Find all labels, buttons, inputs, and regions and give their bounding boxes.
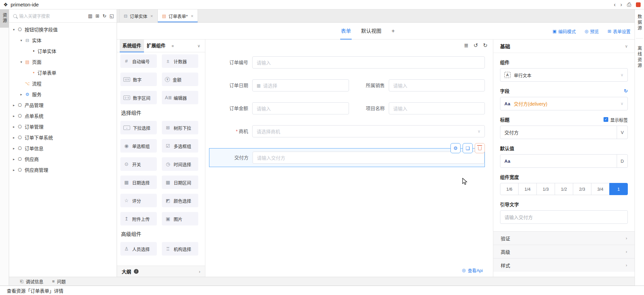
back-icon[interactable]: ‹	[614, 2, 616, 7]
tree-item[interactable]: ▸⎔供应商	[9, 154, 117, 164]
width-option-3-4[interactable]: 3/4	[591, 183, 610, 195]
close-icon[interactable]: ×	[150, 14, 153, 19]
width-option-1[interactable]: 1	[609, 183, 628, 195]
inspector-header[interactable]: 基础 ∨	[493, 39, 635, 53]
tree-item[interactable]: ▸⎔订单信息	[9, 143, 117, 154]
palette-item[interactable]: 123数字	[120, 73, 157, 86]
import-resource-icon[interactable]: ▥	[88, 13, 92, 19]
palette-item[interactable]: ±计数器	[162, 54, 198, 68]
width-option-2-3[interactable]: 2/3	[573, 183, 591, 195]
default-dynamic-button[interactable]: D	[617, 155, 627, 167]
palette-item[interactable]: A≣编辑器	[162, 91, 198, 104]
tree-item[interactable]: ▸⚙服务	[9, 89, 117, 100]
section-高级[interactable]: 高级›	[493, 245, 635, 258]
view-api-link[interactable]: ◎ 查看Api	[462, 267, 483, 273]
width-option-1-3[interactable]: 1/3	[536, 183, 555, 195]
view-tab[interactable]: 默认视图	[361, 23, 381, 39]
palette-item[interactable]: ▣图片	[162, 212, 198, 225]
collapse-arrow-icon[interactable]: ▸	[11, 136, 17, 139]
activity-tab-resources[interactable]: 资源	[0, 9, 9, 28]
section-样式[interactable]: 样式›	[493, 258, 635, 272]
tree-item[interactable]: ▾▤页面	[9, 56, 117, 67]
document-tab[interactable]: ▤订单表单*×	[158, 9, 198, 22]
field-input[interactable]: 请输入	[389, 79, 485, 91]
tree-item[interactable]: ▸⎔点单系统	[9, 110, 117, 121]
field-input[interactable]: 请输入	[252, 56, 485, 69]
code-mode-button[interactable]: ▣编码模式	[552, 28, 576, 34]
title-variable-button[interactable]: V	[617, 126, 627, 139]
right-tab-datasource[interactable]: 数据源	[635, 9, 644, 35]
tree-item[interactable]: ▸⎔供应商管理	[9, 164, 117, 175]
field-input[interactable]: 请输入	[252, 102, 349, 114]
bottom-panel-调试信息[interactable]: ⎗调试信息	[20, 278, 43, 285]
redo-icon[interactable]: ↻	[483, 42, 488, 49]
palette-item[interactable]: ▦日期选择	[120, 176, 157, 189]
form-field[interactable]: 订单金额请输入	[209, 102, 349, 114]
default-value-input[interactable]: Aa D	[500, 154, 628, 168]
tree-item[interactable]: ⌥流程	[9, 78, 117, 89]
tree-item[interactable]: •订单表单	[9, 67, 117, 78]
tab-system-components[interactable]: 系统组件	[120, 39, 144, 52]
collapse-arrow-icon[interactable]: ▸	[11, 114, 17, 118]
palette-item[interactable]: ◩颜色选择	[162, 194, 198, 207]
selected-field-wrapper[interactable]: ⚙❏交付方请输入交付方	[209, 148, 485, 167]
width-option-1-4[interactable]: 1/4	[518, 183, 537, 195]
tree-item[interactable]: ▾⎔按钮切换字段值	[9, 24, 117, 35]
expand-arrow-icon[interactable]: ▾	[19, 38, 24, 42]
palette-item[interactable]: ↥附件上传	[120, 212, 157, 225]
form-settings-button[interactable]: ⊞表单设置	[608, 28, 631, 34]
field-date[interactable]: ▦请选择	[252, 79, 349, 91]
guide-text-input[interactable]: 请输入交付方	[500, 210, 628, 224]
outline-toggle-icon[interactable]: ≣	[464, 42, 468, 49]
tree-item[interactable]: •订单实体	[9, 46, 117, 56]
collapse-arrow-icon[interactable]: ▸	[11, 125, 17, 129]
form-field[interactable]: 交付方请输入交付方	[209, 152, 485, 164]
new-folder-icon[interactable]: ⊞	[95, 13, 99, 19]
palette-item[interactable]: ♙人员选择	[120, 242, 157, 256]
form-field[interactable]: 项目名称请输入	[349, 102, 485, 114]
form-field[interactable]: *商机请选择商机∨	[209, 125, 485, 137]
tree-item[interactable]: ▾⊟实体	[9, 35, 117, 46]
field-input[interactable]: 请输入	[389, 102, 485, 114]
undo-icon[interactable]: ↺	[473, 42, 478, 49]
palette-item[interactable]: 1~3数字区间	[120, 91, 157, 104]
field-select[interactable]: 请选择商机∨	[252, 125, 485, 137]
refresh-field-icon[interactable]: ↻	[624, 88, 628, 93]
form-field[interactable]: 订单日期▦请选择	[209, 79, 349, 91]
section-验证[interactable]: 验证›	[493, 231, 635, 245]
palette-item[interactable]: ⌄下拉选择	[120, 121, 157, 134]
show-label-checkbox[interactable]: ✓ 显示标签	[604, 116, 628, 123]
add-view-button[interactable]: +	[391, 28, 395, 34]
field-delete-button[interactable]	[475, 143, 485, 153]
palette-item[interactable]: #自动编号	[120, 54, 157, 68]
field-copy-button[interactable]: ❏	[463, 143, 473, 153]
tab-extension-components[interactable]: 扩展组件	[144, 39, 168, 52]
view-tab[interactable]: 表单	[341, 23, 351, 39]
field-select[interactable]: Aa 交付方(delivery) ∨	[500, 97, 628, 110]
collapse-arrow-icon[interactable]: ▸	[11, 157, 17, 161]
forward-icon[interactable]: ›	[620, 2, 622, 7]
right-tab-offline-resources[interactable]: 离线资源	[635, 41, 644, 73]
field-input[interactable]: 请输入交付方	[253, 152, 485, 164]
document-tab[interactable]: ⊟订单实体×	[119, 9, 158, 22]
tree-item[interactable]: ▸⎔订单下单系统	[9, 132, 117, 143]
form-field[interactable]: 所属销售请输入	[349, 79, 485, 91]
palette-menu-icon[interactable]: ≡	[172, 44, 174, 48]
palette-item[interactable]: ⊞树形下拉	[162, 121, 198, 134]
collapse-arrow-icon[interactable]: ▸	[19, 92, 24, 96]
outline-footer[interactable]: 大纲 i ›	[117, 266, 205, 277]
expand-arrow-icon[interactable]: ▾	[11, 28, 17, 31]
refresh-icon[interactable]: ↻	[103, 13, 107, 19]
close-icon[interactable]: ×	[191, 14, 194, 19]
bottom-panel-问题[interactable]: ≡问题	[52, 278, 66, 285]
palette-item[interactable]: ☆评分	[120, 194, 157, 207]
field-settings-button[interactable]: ⚙	[450, 143, 461, 153]
palette-item[interactable]: ♖机构选择	[162, 242, 198, 256]
collapse-arrow-icon[interactable]: ▸	[11, 146, 17, 150]
expand-arrow-icon[interactable]: ▾	[19, 60, 24, 64]
component-select[interactable]: A 单行文本 ∨	[500, 68, 628, 82]
form-field[interactable]: 订单编号请输入	[209, 56, 485, 69]
title-input[interactable]: 交付方 V	[500, 126, 628, 139]
tree-item[interactable]: ▸⎔产品管理	[9, 100, 117, 110]
save-icon[interactable]: ⎙	[627, 2, 631, 7]
